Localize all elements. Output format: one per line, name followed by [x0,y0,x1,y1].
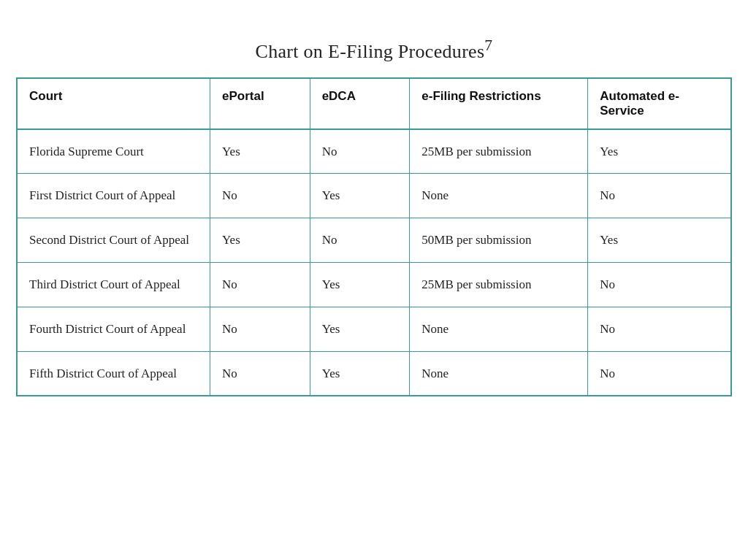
page-title: Chart on E-Filing Procedures7 [256,37,493,63]
efiling-table: Court ePortal eDCA e-Filing Restrictions… [18,79,730,396]
cell-restrictions-1: None [410,174,588,218]
cell-eportal-0: Yes [210,129,310,174]
cell-court-4: Fourth District Court of Appeal [18,307,210,351]
cell-restrictions-4: None [410,307,588,351]
header-eportal: ePortal [210,79,310,129]
cell-court-3: Third District Court of Appeal [18,263,210,307]
cell-eportal-5: No [210,351,310,395]
table-header-row: Court ePortal eDCA e-Filing Restrictions… [18,79,730,129]
cell-court-5: Fifth District Court of Appeal [18,351,210,395]
table-row: Second District Court of AppealYesNo50MB… [18,218,730,263]
cell-court-2: Second District Court of Appeal [18,218,210,263]
title-superscript: 7 [484,37,492,54]
table-row: Florida Supreme CourtYesNo25MB per submi… [18,129,730,174]
cell-edca-2: No [310,218,410,263]
cell-edca-3: Yes [310,263,410,307]
cell-eportal-3: No [210,263,310,307]
table-wrapper: Court ePortal eDCA e-Filing Restrictions… [16,77,732,397]
table-row: First District Court of AppealNoYesNoneN… [18,174,730,218]
header-eservice: Automated e-Service [588,79,730,129]
cell-edca-1: Yes [310,174,410,218]
cell-eservice-0: Yes [588,129,730,174]
title-text: Chart on E-Filing Procedures [256,41,485,62]
cell-eservice-4: No [588,307,730,351]
header-restrictions: e-Filing Restrictions [410,79,588,129]
table-row: Fifth District Court of AppealNoYesNoneN… [18,351,730,395]
header-court: Court [18,79,210,129]
page-container: Chart on E-Filing Procedures7 Court ePor… [1,15,747,560]
cell-eportal-4: No [210,307,310,351]
header-edca: eDCA [310,79,410,129]
cell-eservice-1: No [588,174,730,218]
cell-restrictions-5: None [410,351,588,395]
cell-restrictions-0: 25MB per submission [410,129,588,174]
cell-eservice-3: No [588,263,730,307]
cell-court-1: First District Court of Appeal [18,174,210,218]
cell-restrictions-3: 25MB per submission [410,263,588,307]
cell-eservice-5: No [588,351,730,395]
cell-edca-5: Yes [310,351,410,395]
cell-eservice-2: Yes [588,218,730,263]
cell-court-0: Florida Supreme Court [18,129,210,174]
cell-eportal-2: Yes [210,218,310,263]
table-row: Fourth District Court of AppealNoYesNone… [18,307,730,351]
cell-edca-4: Yes [310,307,410,351]
table-row: Third District Court of AppealNoYes25MB … [18,263,730,307]
cell-eportal-1: No [210,174,310,218]
cell-restrictions-2: 50MB per submission [410,218,588,263]
cell-edca-0: No [310,129,410,174]
